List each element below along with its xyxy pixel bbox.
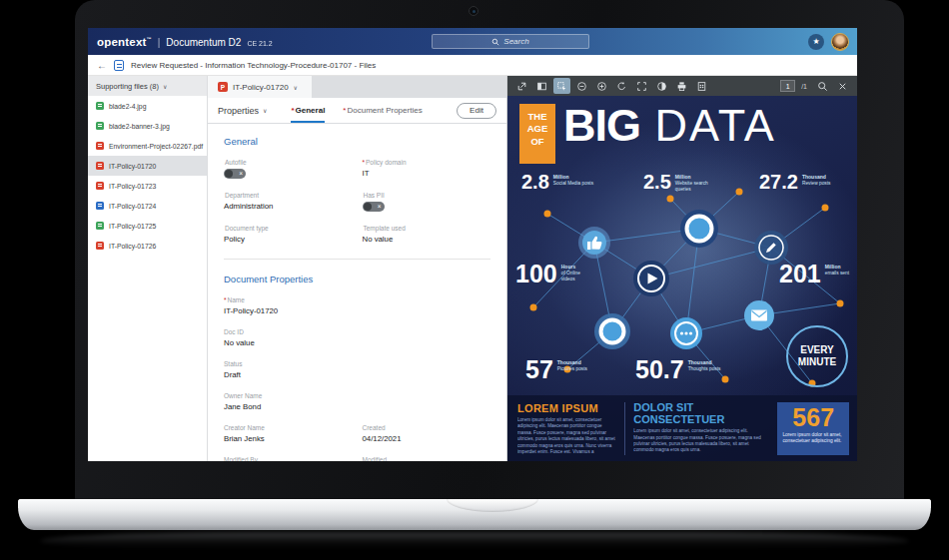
file-row[interactable]: blade2-4.jpg bbox=[88, 96, 207, 116]
page-total: /1 bbox=[801, 83, 807, 90]
field-document-type: Document type Policy bbox=[224, 225, 353, 244]
supporting-files-title: Supporting files (8) bbox=[96, 82, 159, 91]
counter-box: 567 Lorem ipsum dolor sit amet, consecte… bbox=[777, 402, 849, 455]
chevron-down-icon: ∨ bbox=[263, 107, 267, 114]
stat-online-videos: 100 Hoursof Online videos bbox=[515, 262, 595, 286]
file-type-icon bbox=[96, 142, 104, 150]
file-row[interactable]: IT-Policy-01725 bbox=[88, 216, 207, 236]
file-row[interactable]: IT-Policy-01723 bbox=[88, 176, 207, 196]
global-search-input[interactable]: Search bbox=[432, 34, 589, 49]
chevron-down-icon: ∨ bbox=[163, 83, 167, 90]
field-modified-by: Modified By Brian Jenks bbox=[224, 456, 353, 461]
app-screen: opentext™ | Documentum D2 CE 21.2 Search… bbox=[88, 28, 857, 461]
rotate-button[interactable] bbox=[613, 78, 630, 94]
file-type-icon bbox=[96, 222, 104, 230]
back-button[interactable]: ← bbox=[97, 60, 107, 71]
breadcrumb: ← Review Requested - Information Technol… bbox=[88, 55, 857, 76]
file-row[interactable]: IT-Policy-01726 bbox=[88, 236, 207, 256]
stat-thoughts-posts: 50.7 ThousandThoughts posts bbox=[635, 357, 726, 382]
brand-area: opentext™ | Documentum D2 CE 21.2 bbox=[88, 36, 273, 48]
search-placeholder: Search bbox=[503, 37, 528, 46]
document-viewer: 1 /1 THE AGE OF BIG DATA bbox=[507, 76, 857, 461]
play-icon bbox=[633, 261, 669, 296]
product-name: Documentum D2 bbox=[166, 37, 241, 48]
supporting-files-header[interactable]: Supporting files (8) ∨ bbox=[88, 76, 207, 96]
supporting-files-panel: Supporting files (8) ∨ blade2-4.jpg blad… bbox=[88, 76, 208, 461]
page-number-input[interactable]: 1 bbox=[780, 80, 795, 92]
file-type-icon bbox=[96, 102, 104, 110]
toggle-off-icon: × bbox=[239, 169, 243, 179]
edit-button[interactable]: Edit bbox=[457, 103, 496, 119]
open-in-new-button[interactable] bbox=[513, 78, 530, 94]
section-title-general: General bbox=[224, 136, 490, 147]
tab-document-properties[interactable]: *Document Properties bbox=[343, 98, 422, 123]
properties-body: General Autofile × *Policy domain IT Dep… bbox=[208, 124, 506, 461]
article-lorem-ipsum: LOREM IPSUM Lorem ipsum dolor sit amet, … bbox=[517, 402, 624, 455]
properties-toolbar: Properties ∨ *General *Document Properti… bbox=[208, 98, 506, 124]
field-status: Status Draft bbox=[224, 360, 490, 379]
pdf-page-big-data-infographic: THE AGE OF BIG DATA bbox=[507, 96, 857, 461]
chat-icon bbox=[670, 317, 702, 349]
document-tab[interactable]: P IT-Policy-01720 ∨ bbox=[208, 76, 312, 98]
article-dolor-sit: DOLOR SIT CONSECTETUER Lorem ipsum dolor… bbox=[624, 402, 775, 455]
has-pii-toggle[interactable]: × bbox=[363, 202, 385, 212]
field-doc-id: Doc ID No value bbox=[224, 328, 490, 347]
zoom-out-button[interactable] bbox=[573, 78, 590, 94]
field-department: Department Administration bbox=[224, 192, 353, 212]
file-row[interactable]: IT-Policy-01724 bbox=[88, 196, 207, 216]
file-row-selected[interactable]: IT-Policy-01720 bbox=[88, 156, 207, 176]
section-divider bbox=[224, 259, 490, 260]
stat-search-queries: 2.5 MillionWebsite search queries bbox=[643, 172, 719, 193]
powerpoint-file-icon: P bbox=[218, 82, 228, 92]
stat-pictures-posts: 57 ThousandPictures posts bbox=[525, 357, 593, 382]
stat-emails-sent: 201 Millionemails sent bbox=[779, 262, 855, 286]
viewer-search-button[interactable] bbox=[814, 78, 831, 94]
field-autofile: Autofile × bbox=[224, 159, 353, 179]
print-button[interactable] bbox=[673, 78, 690, 94]
stat-social-media: 2.8 MillionSocial Media posts bbox=[521, 172, 597, 192]
pan-tool-button[interactable] bbox=[553, 78, 570, 94]
user-avatar[interactable] bbox=[831, 33, 849, 51]
product-version: CE 21.2 bbox=[247, 40, 272, 47]
pictures-node-icon bbox=[594, 313, 630, 349]
field-owner-name: Owner Name Jane Bond bbox=[224, 392, 490, 411]
poster-bottom-band: LOREM IPSUM Lorem ipsum dolor sit amet, … bbox=[507, 395, 857, 461]
close-viewer-button[interactable] bbox=[834, 78, 851, 94]
star-icon: ★ bbox=[812, 37, 819, 46]
laptop-base bbox=[18, 499, 931, 530]
toggle-off-icon: × bbox=[378, 202, 382, 212]
field-template-used: Template used No value bbox=[363, 225, 491, 244]
file-type-icon bbox=[96, 162, 104, 170]
favorites-button[interactable]: ★ bbox=[808, 34, 824, 50]
field-has-pii: Has PII × bbox=[363, 192, 491, 212]
file-type-icon bbox=[96, 242, 104, 250]
fit-screen-button[interactable] bbox=[633, 78, 650, 94]
stat-review-posts: 27.2 ThousandReview posts bbox=[759, 172, 844, 192]
search-icon bbox=[491, 38, 499, 46]
autofile-toggle[interactable]: × bbox=[224, 169, 246, 179]
field-policy-domain: *Policy domain IT bbox=[363, 159, 491, 179]
split-view-button[interactable] bbox=[533, 78, 550, 94]
app-top-bar: opentext™ | Documentum D2 CE 21.2 Search… bbox=[88, 28, 857, 55]
tab-general[interactable]: *General bbox=[291, 98, 325, 123]
thumbnails-button[interactable] bbox=[693, 78, 710, 94]
field-creator-name: Creator Name Brian Jenks bbox=[224, 424, 353, 443]
logo-separator: | bbox=[158, 37, 161, 48]
breadcrumb-text: Review Requested - Information Technolog… bbox=[131, 61, 376, 70]
contrast-button[interactable] bbox=[653, 78, 670, 94]
toggle-knob bbox=[225, 170, 233, 178]
file-row[interactable]: Environment-Project-02267.pdf bbox=[88, 136, 207, 156]
thumbs-up-icon bbox=[578, 227, 610, 259]
file-type-icon bbox=[96, 122, 104, 130]
every-minute-badge: EVERY MINUTE bbox=[786, 325, 848, 387]
file-row[interactable]: blade2-banner-3.jpg bbox=[88, 116, 207, 136]
field-created: Created 04/12/2021 bbox=[363, 424, 491, 443]
webcam bbox=[469, 6, 478, 16]
field-name: *Name IT-Policy-01720 bbox=[224, 296, 490, 315]
file-type-icon bbox=[96, 182, 104, 190]
zoom-in-button[interactable] bbox=[593, 78, 610, 94]
toggle-knob bbox=[364, 203, 372, 211]
properties-dropdown[interactable]: Properties ∨ bbox=[218, 106, 267, 116]
viewer-toolbar: 1 /1 bbox=[507, 76, 857, 96]
laptop-thumb-notch bbox=[447, 499, 538, 512]
